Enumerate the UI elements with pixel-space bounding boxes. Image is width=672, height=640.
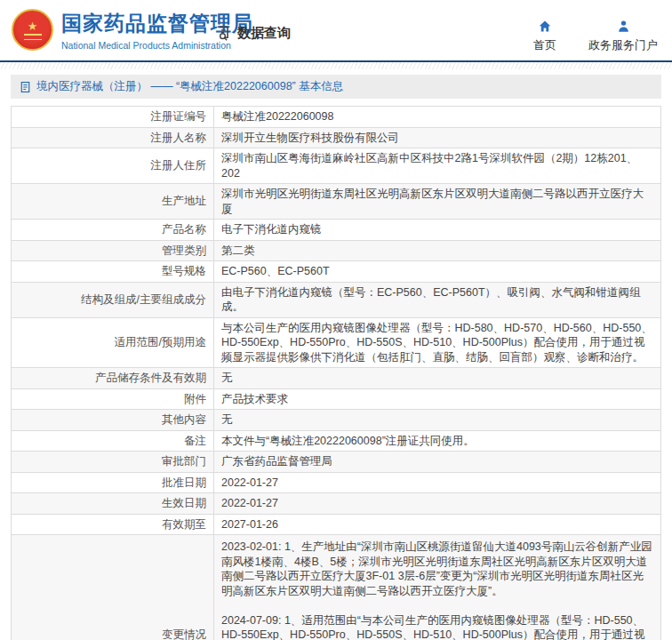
row-label: 注册人名称: [12, 127, 214, 148]
registration-info-table: 注册证编号粤械注准20222060098注册人名称深圳开立生物医疗科技股份有限公…: [11, 106, 661, 640]
row-value: 深圳市光明区光明街道东周社区光明高新区东片区双明大道南侧二号路以西开立医疗大厦: [214, 184, 661, 220]
table-row: 适用范围/预期用途与本公司生产的医用内窥镜图像处理器（型号：HD-580、HD-…: [12, 317, 661, 368]
document-search-icon: [216, 25, 233, 42]
row-label: 批准日期: [12, 472, 214, 493]
user-icon: [617, 20, 630, 33]
table-row: 注册人名称深圳开立生物医疗科技股份有限公司: [12, 127, 661, 148]
national-emblem-icon: ★: [12, 9, 53, 51]
breadcrumb-text: 境内医疗器械（注册） —— “粤械注准20222060098” 基本信息: [36, 79, 343, 94]
table-row: 有效期至2027-01-26: [12, 514, 661, 535]
row-label: 有效期至: [12, 514, 214, 535]
row-label: 管理类别: [12, 240, 214, 261]
row-value: 本文件与“粤械注准20222060098”注册证共同使用。: [214, 430, 661, 452]
row-label: 产品名称: [12, 220, 214, 241]
row-label: 注册人住所: [12, 148, 214, 184]
row-label: 审批部门: [12, 452, 214, 473]
table-row: 管理类别第二类: [12, 240, 661, 261]
table-row: 生效日期2022-01-27: [12, 493, 661, 515]
table-row: 注册人住所深圳市南山区粤海街道麻岭社区高新中区科技中2路1号深圳软件园（2期）1…: [12, 148, 661, 184]
home-icon: [538, 20, 552, 33]
row-value: 深圳市南山区粤海街道麻岭社区高新中区科技中2路1号深圳软件园（2期）12栋201…: [214, 148, 661, 184]
row-label: 结构及组成/主要组成成分: [12, 282, 214, 317]
table-row: 注册证编号粤械注准20222060098: [12, 107, 661, 128]
table-row: 审批部门广东省药品监督管理局: [12, 452, 661, 473]
table-row: 批准日期2022-01-27: [12, 472, 661, 493]
row-value: 无: [214, 368, 661, 389]
row-value: 电子下消化道内窥镜: [214, 220, 661, 241]
nav-portal[interactable]: 政务服务门户: [588, 20, 658, 53]
row-label: 适用范围/预期用途: [12, 317, 214, 368]
table-row: 产品储存条件及有效期无: [12, 368, 661, 389]
table-row: 生产地址深圳市光明区光明街道东周社区光明高新区东片区双明大道南侧二号路以西开立医…: [12, 184, 661, 220]
nav-home-label: 首页: [533, 37, 556, 53]
document-icon: [20, 81, 31, 93]
row-label: 其他内容: [12, 410, 214, 431]
row-value: 无: [214, 410, 661, 431]
data-query-label: 数据查询: [237, 25, 291, 42]
nav-portal-label: 政务服务门户: [588, 37, 658, 53]
row-label: 生产地址: [12, 184, 214, 220]
page-header: ★ 国家药品监督管理局 National Medical Products Ad…: [0, 0, 672, 62]
row-value: 与本公司生产的医用内窥镜图像处理器（型号：HD-580、HD-570、HD-56…: [214, 317, 661, 368]
row-value: 2022-01-27: [214, 493, 661, 515]
table-row: 产品名称电子下消化道内窥镜: [12, 220, 661, 241]
table-row: 备注本文件与“粤械注准20222060098”注册证共同使用。: [12, 430, 661, 452]
row-value: 第二类: [214, 240, 661, 261]
row-label: 产品储存条件及有效期: [12, 368, 214, 389]
row-value: 产品技术要求: [214, 388, 661, 410]
row-value: 2023-02-01: 1、生产地址由“深圳市南山区桃源街道留仙大道4093号南…: [214, 535, 661, 640]
row-label: 生效日期: [12, 493, 214, 515]
header-nav: 首页 政务服务门户: [533, 20, 658, 53]
row-label: 型号规格: [12, 261, 214, 283]
row-value: 广东省药品监督管理局: [214, 452, 661, 473]
row-value: EC-P560、EC-P560T: [214, 261, 661, 283]
table-row: 型号规格EC-P560、EC-P560T: [12, 261, 661, 283]
row-value: 粤械注准20222060098: [214, 107, 661, 128]
row-value: 深圳开立生物医疗科技股份有限公司: [214, 127, 661, 148]
breadcrumb: 境内医疗器械（注册） —— “粤械注准20222060098” 基本信息: [11, 75, 661, 99]
decorative-strip: [0, 62, 672, 69]
row-value: 2027-01-26: [214, 514, 661, 535]
data-query-menu[interactable]: 数据查询: [216, 25, 291, 42]
info-table-body: 注册证编号粤械注准20222060098注册人名称深圳开立生物医疗科技股份有限公…: [12, 107, 661, 640]
table-row: 变更情况2023-02-01: 1、生产地址由“深圳市南山区桃源街道留仙大道40…: [12, 535, 661, 640]
row-label: 变更情况: [12, 535, 214, 640]
row-label: 附件: [12, 388, 214, 410]
row-value: 由电子下消化道内窥镜（型号：EC-P560、EC-P560T）、吸引阀、水气阀和…: [214, 282, 661, 317]
row-label: 注册证编号: [12, 107, 214, 128]
table-row: 结构及组成/主要组成成分由电子下消化道内窥镜（型号：EC-P560、EC-P56…: [12, 282, 661, 317]
row-value: 2022-01-27: [214, 472, 661, 493]
nav-home[interactable]: 首页: [533, 20, 556, 53]
table-row: 附件产品技术要求: [12, 388, 661, 410]
row-label: 备注: [12, 430, 214, 452]
table-row: 其他内容无: [12, 410, 661, 431]
